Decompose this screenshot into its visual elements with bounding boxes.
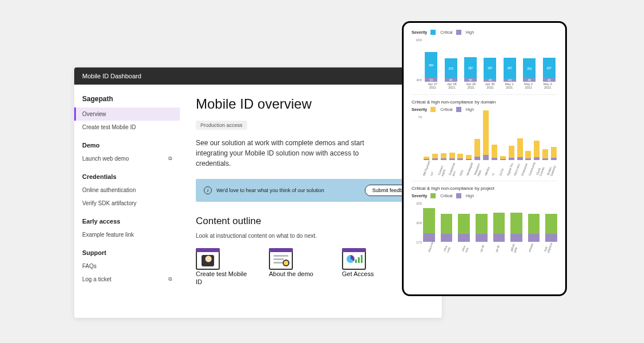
cards-row: Create test Mobile ID About the demo Get… bbox=[196, 248, 426, 286]
swatch-high-icon bbox=[456, 193, 461, 198]
y-axis: 255200175 bbox=[412, 202, 422, 244]
y-axis: 600400 bbox=[412, 38, 422, 82]
sidebar-item-example-feature[interactable]: Example feature link bbox=[74, 228, 180, 241]
card-illustration-icon bbox=[269, 248, 293, 270]
feedback-banner: i We'd love to hear what you think of ou… bbox=[196, 179, 426, 202]
banner-text: We'd love to hear what you think of our … bbox=[216, 188, 324, 193]
x-axis: discoveryinfra-coreinfra-awsup-dirgit-di… bbox=[423, 242, 557, 252]
chart-plot bbox=[423, 202, 557, 242]
sidebar-item-online-auth[interactable]: Online authentication bbox=[74, 184, 180, 197]
legend-high: High bbox=[466, 194, 474, 198]
chart-plot: 53354452795028743287432874528145287 bbox=[423, 38, 557, 82]
info-icon: i bbox=[204, 186, 212, 194]
x-axis: Apr 272021Apr 282021Apr 292021Apr 302021… bbox=[423, 82, 557, 90]
divider bbox=[412, 94, 557, 95]
legend-label: Severity bbox=[412, 107, 427, 111]
legend-critical: Critical bbox=[440, 107, 452, 111]
card-illustration-icon bbox=[342, 248, 366, 270]
sidebar-item-verify-sdk[interactable]: Verify SDK artifactory bbox=[74, 197, 180, 210]
chart-by-project: 255200175 discoveryinfra-coreinfra-awsup… bbox=[412, 202, 557, 252]
card-title: Create test Mobile ID bbox=[196, 270, 253, 286]
legend-label: Severity bbox=[412, 30, 427, 34]
sidebar-brand: Sagepath bbox=[74, 91, 180, 107]
card-get-access[interactable]: Get Access bbox=[342, 248, 399, 286]
window-title: Mobile ID Dashboard bbox=[74, 67, 442, 85]
dashboard-window: Mobile ID Dashboard Sagepath Overview Cr… bbox=[74, 67, 442, 318]
sidebar-item-log-ticket[interactable]: Log a ticket ⧉ bbox=[74, 273, 180, 286]
content-outline-sub: Look at instructional content on what to… bbox=[196, 233, 426, 239]
page-title: Mobile ID overview bbox=[196, 96, 426, 112]
y-axis: 75 bbox=[412, 115, 422, 168]
chart2-title: Critical & high non-compliance by domain bbox=[412, 99, 557, 105]
swatch-critical-icon bbox=[430, 193, 436, 198]
card-illustration-icon bbox=[196, 248, 220, 270]
sidebar-item-launch-web-demo[interactable]: Launch web demo ⧉ bbox=[74, 152, 180, 165]
swatch-high-icon bbox=[456, 107, 461, 112]
chart-plot bbox=[423, 115, 557, 160]
sidebar-item-create-test[interactable]: Create test Mobile ID bbox=[74, 121, 180, 134]
tablet-preview: Severity Critical High 600400 5335445279… bbox=[402, 21, 567, 296]
legend-critical: Critical bbox=[440, 194, 452, 198]
sidebar-item-overview[interactable]: Overview bbox=[74, 107, 180, 121]
card-create-test[interactable]: Create test Mobile ID bbox=[196, 248, 253, 286]
sidebar-group-support: Support bbox=[74, 241, 180, 260]
banner-left: i We'd love to hear what you think of ou… bbox=[204, 186, 324, 194]
chart-by-domain: 75 Bill PaymentIoTContact mgmtEnterprise… bbox=[412, 115, 557, 176]
legend-high: High bbox=[466, 30, 474, 34]
sidebar-group-demo: Demo bbox=[74, 134, 180, 152]
legend-label: Severity bbox=[412, 194, 427, 198]
sidebar-item-faqs[interactable]: FAQs bbox=[74, 260, 180, 273]
intro-text: See our solution at work with complete d… bbox=[196, 138, 379, 169]
legend-high: High bbox=[466, 107, 474, 111]
chart3-title: Critical & high non-compliance by projec… bbox=[412, 186, 557, 191]
x-axis: Bill PaymentIoTContact mgmtEnterprise ac… bbox=[423, 160, 557, 176]
dashboard-body: Sagepath Overview Create test Mobile ID … bbox=[74, 85, 442, 317]
sidebar-item-label: Launch web demo bbox=[82, 155, 129, 162]
sidebar-item-label: Log a ticket bbox=[82, 276, 111, 282]
external-link-icon: ⧉ bbox=[168, 276, 172, 282]
sidebar-group-early-access: Early access bbox=[74, 210, 180, 228]
chart-severity-over-time: 600400 533544527950287432874328745281452… bbox=[412, 38, 557, 90]
card-title: Get Access bbox=[342, 270, 399, 278]
card-title: About the demo bbox=[269, 270, 326, 278]
legend-critical: Critical bbox=[440, 30, 452, 34]
sidebar: Sagepath Overview Create test Mobile ID … bbox=[74, 85, 180, 317]
swatch-critical-icon bbox=[430, 107, 436, 112]
card-about-demo[interactable]: About the demo bbox=[269, 248, 326, 286]
status-badge: Production access bbox=[196, 121, 247, 130]
content-outline-title: Content outline bbox=[196, 216, 426, 227]
chart3-legend: Severity Critical High bbox=[412, 193, 557, 198]
divider bbox=[412, 181, 557, 181]
swatch-high-icon bbox=[456, 30, 461, 35]
external-link-icon: ⧉ bbox=[168, 155, 172, 162]
sidebar-group-credentials: Credentials bbox=[74, 165, 180, 184]
chart1-legend: Severity Critical High bbox=[412, 30, 557, 35]
swatch-critical-icon bbox=[430, 30, 436, 35]
